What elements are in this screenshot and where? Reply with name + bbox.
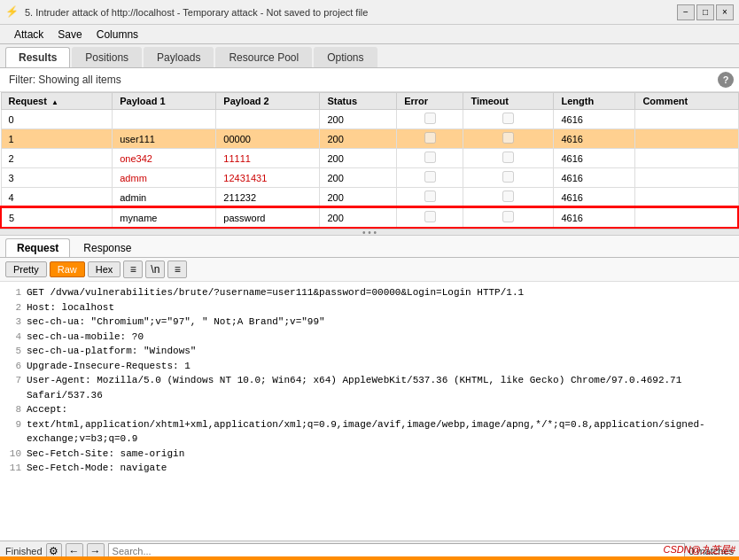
col-header-status[interactable]: Status <box>320 93 397 110</box>
cell-payload2: 211232 <box>216 188 320 208</box>
cell-error <box>397 110 463 129</box>
table-header-row: Request ▲ Payload 1 Payload 2 Status Err… <box>1 93 738 110</box>
hex-button[interactable]: Hex <box>88 261 121 277</box>
line-content: User-Agent: Mozilla/5.0 (Windows NT 10.0… <box>27 373 732 402</box>
line-content: sec-ch-ua-mobile: ?0 <box>27 330 732 345</box>
table-row[interactable]: 5 myname password 200 4616 <box>1 207 738 228</box>
sub-tabs: Request Response <box>0 236 739 258</box>
col-header-payload1[interactable]: Payload 1 <box>113 93 216 110</box>
menu-columns[interactable]: Columns <box>89 27 145 43</box>
tab-positions[interactable]: Positions <box>72 47 142 67</box>
cell-comment <box>635 207 738 228</box>
menu-bar: Attack Save Columns <box>0 25 739 44</box>
line-content: text/html,application/xhtml+xml,applicat… <box>27 417 732 447</box>
line-number: 2 <box>7 300 21 315</box>
main-container: ⚡ 5. Intruder attack of http://localhost… <box>0 0 739 560</box>
line-number: 3 <box>7 315 21 330</box>
close-button[interactable]: × <box>716 4 734 20</box>
list-icon[interactable]: ≡ <box>167 261 187 278</box>
line-content: Accept: <box>27 402 732 417</box>
cell-comment <box>635 188 738 208</box>
cell-timeout <box>463 129 554 149</box>
cell-payload2: password <box>216 207 320 228</box>
cell-payload1: admin <box>113 188 216 208</box>
cell-payload1: admm <box>113 168 216 188</box>
cell-timeout <box>463 149 554 168</box>
table-row[interactable]: 2 one342 11111 200 4616 <box>1 149 738 168</box>
raw-button[interactable]: Raw <box>50 261 85 277</box>
main-tabs: Results Positions Payloads Resource Pool… <box>0 44 739 68</box>
request-toolbar: Pretty Raw Hex ≡ \n ≡ <box>0 258 739 282</box>
maximize-button[interactable]: □ <box>696 4 714 20</box>
cell-status: 200 <box>320 168 397 188</box>
cell-status: 200 <box>320 188 397 208</box>
code-line: 6Upgrade-Insecure-Requests: 1 <box>7 359 732 374</box>
col-header-payload2[interactable]: Payload 2 <box>216 93 320 110</box>
newline-icon[interactable]: \n <box>145 261 165 278</box>
col-header-error[interactable]: Error <box>397 93 463 110</box>
code-line: 11Sec-Fetch-Mode: navigate <box>7 461 732 476</box>
tab-resource-pool[interactable]: Resource Pool <box>215 47 312 67</box>
subtab-response[interactable]: Response <box>72 238 143 257</box>
app-icon: ⚡ <box>5 5 19 19</box>
line-number: 8 <box>7 402 21 417</box>
cell-length: 4616 <box>554 149 635 168</box>
cell-request-id: 4 <box>1 188 113 208</box>
col-header-comment[interactable]: Comment <box>635 93 738 110</box>
cell-payload1: one342 <box>113 149 216 168</box>
col-header-request[interactable]: Request ▲ <box>1 93 113 110</box>
line-content: Upgrade-Insecure-Requests: 1 <box>27 359 732 374</box>
title-bar-text: 5. Intruder attack of http://localhost -… <box>25 7 677 18</box>
line-number: 11 <box>7 461 21 476</box>
format-icon[interactable]: ≡ <box>123 261 143 278</box>
request-code-area[interactable]: 1GET /dvwa/vulnerabilities/brute/?userna… <box>0 282 739 541</box>
menu-attack[interactable]: Attack <box>7 27 51 43</box>
col-header-length[interactable]: Length <box>554 93 635 110</box>
cell-comment <box>635 149 738 168</box>
code-line: 7User-Agent: Mozilla/5.0 (Windows NT 10.… <box>7 373 732 402</box>
table-row[interactable]: 3 admm 12431431 200 4616 <box>1 168 738 188</box>
minimize-button[interactable]: − <box>677 4 695 20</box>
cell-error <box>397 188 463 208</box>
cell-comment <box>635 110 738 129</box>
line-content: GET /dvwa/vulnerabilities/brute/?usernam… <box>27 285 732 300</box>
subtab-request[interactable]: Request <box>5 238 70 257</box>
tab-results[interactable]: Results <box>5 47 70 67</box>
table-row[interactable]: 4 admin 211232 200 4616 <box>1 188 738 208</box>
filter-bar: Filter: Showing all items ? <box>0 68 739 92</box>
bottom-pane: Request Response Pretty Raw Hex ≡ \n ≡ 1… <box>0 236 739 541</box>
cell-error <box>397 149 463 168</box>
pretty-button[interactable]: Pretty <box>5 261 47 277</box>
title-bar: ⚡ 5. Intruder attack of http://localhost… <box>0 0 739 25</box>
cell-length: 4616 <box>554 207 635 228</box>
line-content: Sec-Fetch-Site: same-origin <box>27 447 732 462</box>
line-content: sec-ch-ua: "Chromium";v="97", " Not;A Br… <box>27 315 732 330</box>
code-line: 2Host: localhost <box>7 300 732 315</box>
cell-request-id: 3 <box>1 168 113 188</box>
cell-error <box>397 129 463 149</box>
menu-save[interactable]: Save <box>51 27 89 43</box>
table-row[interactable]: 0 200 4616 <box>1 110 738 129</box>
cell-request-id: 0 <box>1 110 113 129</box>
pane-splitter[interactable]: • • • <box>0 229 739 236</box>
progress-fill <box>0 556 739 560</box>
title-bar-controls: − □ × <box>677 4 734 20</box>
cell-status: 200 <box>320 110 397 129</box>
line-content: Sec-Fetch-Mode: navigate <box>27 461 732 476</box>
cell-request-id: 1 <box>1 129 113 149</box>
code-line: 8Accept: <box>7 402 732 417</box>
cell-comment <box>635 168 738 188</box>
table-row[interactable]: 1 user111 00000 200 4616 <box>1 129 738 149</box>
col-header-timeout[interactable]: Timeout <box>463 93 554 110</box>
code-line: 4sec-ch-ua-mobile: ?0 <box>7 330 732 345</box>
cell-timeout <box>463 168 554 188</box>
cell-status: 200 <box>320 129 397 149</box>
line-number: 1 <box>7 285 21 300</box>
help-icon[interactable]: ? <box>718 72 734 88</box>
line-content: sec-ch-ua-platform: "Windows" <box>27 344 732 359</box>
cell-request-id: 2 <box>1 149 113 168</box>
cell-timeout <box>463 207 554 228</box>
tab-options[interactable]: Options <box>314 47 377 67</box>
tab-payloads[interactable]: Payloads <box>144 47 214 67</box>
cell-payload1: user111 <box>113 129 216 149</box>
